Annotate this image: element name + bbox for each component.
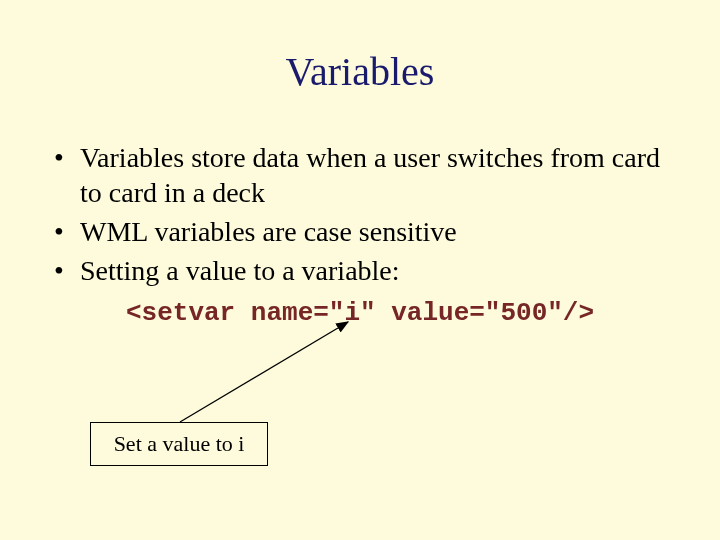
callout-box: Set a value to i — [90, 422, 268, 466]
bullet-item: WML variables are case sensitive — [54, 214, 680, 249]
bullet-item: Variables store data when a user switche… — [54, 140, 680, 210]
svg-line-1 — [180, 322, 348, 422]
slide-title: Variables — [0, 48, 720, 95]
callout-text: Set a value to i — [114, 431, 245, 457]
bullet-list: Variables store data when a user switche… — [54, 140, 680, 292]
bullet-item: Setting a value to a variable: — [54, 253, 680, 288]
arrow-icon — [170, 316, 360, 428]
slide: Variables Variables store data when a us… — [0, 0, 720, 540]
